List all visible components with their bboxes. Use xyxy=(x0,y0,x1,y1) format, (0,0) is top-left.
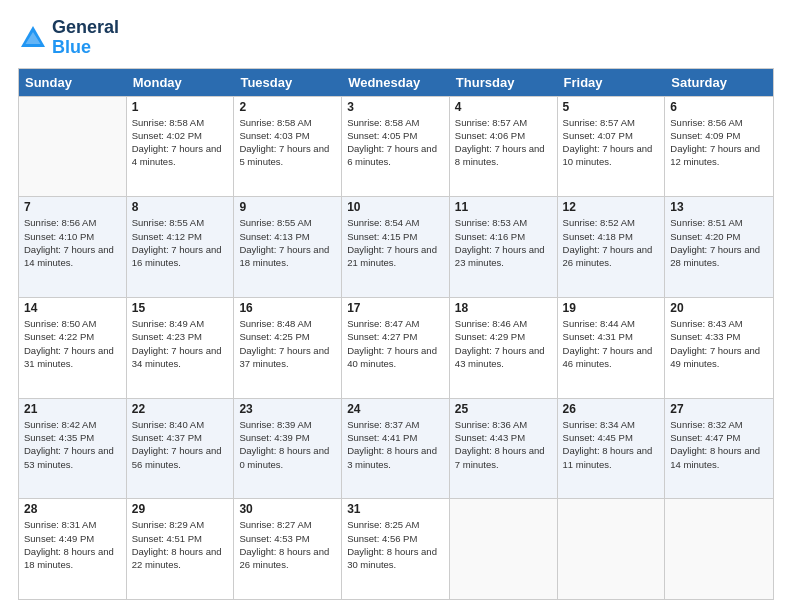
calendar-row: 14Sunrise: 8:50 AMSunset: 4:22 PMDayligh… xyxy=(19,297,773,398)
calendar-body: 1Sunrise: 8:58 AMSunset: 4:02 PMDaylight… xyxy=(19,96,773,599)
sunset-text: Sunset: 4:41 PM xyxy=(347,432,417,443)
calendar-day-cell: 29Sunrise: 8:29 AMSunset: 4:51 PMDayligh… xyxy=(127,499,235,599)
daylight-text: Daylight: 7 hours and 16 minutes. xyxy=(132,244,222,268)
weekday-header: Thursday xyxy=(450,69,558,96)
sunrise-text: Sunrise: 8:37 AM xyxy=(347,419,419,430)
sunset-text: Sunset: 4:03 PM xyxy=(239,130,309,141)
calendar-day-cell: 22Sunrise: 8:40 AMSunset: 4:37 PMDayligh… xyxy=(127,399,235,499)
calendar-day-cell: 13Sunrise: 8:51 AMSunset: 4:20 PMDayligh… xyxy=(665,197,773,297)
sunset-text: Sunset: 4:05 PM xyxy=(347,130,417,141)
daylight-text: Daylight: 7 hours and 26 minutes. xyxy=(563,244,653,268)
daylight-text: Daylight: 7 hours and 37 minutes. xyxy=(239,345,329,369)
sunrise-text: Sunrise: 8:57 AM xyxy=(455,117,527,128)
sunset-text: Sunset: 4:09 PM xyxy=(670,130,740,141)
sunrise-text: Sunrise: 8:50 AM xyxy=(24,318,96,329)
calendar-row: 21Sunrise: 8:42 AMSunset: 4:35 PMDayligh… xyxy=(19,398,773,499)
sunrise-text: Sunrise: 8:31 AM xyxy=(24,519,96,530)
calendar-row: 1Sunrise: 8:58 AMSunset: 4:02 PMDaylight… xyxy=(19,96,773,197)
sunrise-text: Sunrise: 8:46 AM xyxy=(455,318,527,329)
day-info: Sunrise: 8:58 AMSunset: 4:02 PMDaylight:… xyxy=(132,116,229,169)
daylight-text: Daylight: 7 hours and 12 minutes. xyxy=(670,143,760,167)
calendar: SundayMondayTuesdayWednesdayThursdayFrid… xyxy=(18,68,774,600)
calendar-day-cell: 5Sunrise: 8:57 AMSunset: 4:07 PMDaylight… xyxy=(558,97,666,197)
day-info: Sunrise: 8:56 AMSunset: 4:10 PMDaylight:… xyxy=(24,216,121,269)
day-info: Sunrise: 8:40 AMSunset: 4:37 PMDaylight:… xyxy=(132,418,229,471)
empty-cell xyxy=(665,499,773,599)
calendar-day-cell: 7Sunrise: 8:56 AMSunset: 4:10 PMDaylight… xyxy=(19,197,127,297)
calendar-day-cell: 9Sunrise: 8:55 AMSunset: 4:13 PMDaylight… xyxy=(234,197,342,297)
calendar-day-cell: 17Sunrise: 8:47 AMSunset: 4:27 PMDayligh… xyxy=(342,298,450,398)
logo-text: General Blue xyxy=(52,18,119,58)
sunset-text: Sunset: 4:33 PM xyxy=(670,331,740,342)
sunset-text: Sunset: 4:12 PM xyxy=(132,231,202,242)
day-number: 22 xyxy=(132,402,229,416)
day-info: Sunrise: 8:34 AMSunset: 4:45 PMDaylight:… xyxy=(563,418,660,471)
sunrise-text: Sunrise: 8:52 AM xyxy=(563,217,635,228)
day-number: 31 xyxy=(347,502,444,516)
weekday-header: Sunday xyxy=(19,69,127,96)
day-number: 16 xyxy=(239,301,336,315)
daylight-text: Daylight: 8 hours and 0 minutes. xyxy=(239,445,329,469)
sunset-text: Sunset: 4:47 PM xyxy=(670,432,740,443)
sunrise-text: Sunrise: 8:43 AM xyxy=(670,318,742,329)
day-number: 6 xyxy=(670,100,768,114)
sunrise-text: Sunrise: 8:32 AM xyxy=(670,419,742,430)
sunset-text: Sunset: 4:02 PM xyxy=(132,130,202,141)
sunset-text: Sunset: 4:13 PM xyxy=(239,231,309,242)
daylight-text: Daylight: 7 hours and 14 minutes. xyxy=(24,244,114,268)
day-number: 1 xyxy=(132,100,229,114)
sunset-text: Sunset: 4:15 PM xyxy=(347,231,417,242)
sunset-text: Sunset: 4:45 PM xyxy=(563,432,633,443)
day-number: 8 xyxy=(132,200,229,214)
sunrise-text: Sunrise: 8:27 AM xyxy=(239,519,311,530)
sunrise-text: Sunrise: 8:58 AM xyxy=(239,117,311,128)
sunrise-text: Sunrise: 8:36 AM xyxy=(455,419,527,430)
day-info: Sunrise: 8:25 AMSunset: 4:56 PMDaylight:… xyxy=(347,518,444,571)
sunset-text: Sunset: 4:39 PM xyxy=(239,432,309,443)
sunrise-text: Sunrise: 8:55 AM xyxy=(239,217,311,228)
day-number: 9 xyxy=(239,200,336,214)
day-number: 7 xyxy=(24,200,121,214)
day-number: 4 xyxy=(455,100,552,114)
weekday-header: Monday xyxy=(127,69,235,96)
calendar-day-cell: 26Sunrise: 8:34 AMSunset: 4:45 PMDayligh… xyxy=(558,399,666,499)
calendar-day-cell: 6Sunrise: 8:56 AMSunset: 4:09 PMDaylight… xyxy=(665,97,773,197)
sunset-text: Sunset: 4:31 PM xyxy=(563,331,633,342)
sunrise-text: Sunrise: 8:58 AM xyxy=(347,117,419,128)
calendar-day-cell: 27Sunrise: 8:32 AMSunset: 4:47 PMDayligh… xyxy=(665,399,773,499)
sunrise-text: Sunrise: 8:54 AM xyxy=(347,217,419,228)
day-number: 30 xyxy=(239,502,336,516)
daylight-text: Daylight: 7 hours and 34 minutes. xyxy=(132,345,222,369)
sunset-text: Sunset: 4:37 PM xyxy=(132,432,202,443)
daylight-text: Daylight: 7 hours and 5 minutes. xyxy=(239,143,329,167)
calendar-day-cell: 11Sunrise: 8:53 AMSunset: 4:16 PMDayligh… xyxy=(450,197,558,297)
daylight-text: Daylight: 8 hours and 22 minutes. xyxy=(132,546,222,570)
day-info: Sunrise: 8:47 AMSunset: 4:27 PMDaylight:… xyxy=(347,317,444,370)
day-info: Sunrise: 8:51 AMSunset: 4:20 PMDaylight:… xyxy=(670,216,768,269)
day-number: 13 xyxy=(670,200,768,214)
daylight-text: Daylight: 7 hours and 21 minutes. xyxy=(347,244,437,268)
calendar-day-cell: 24Sunrise: 8:37 AMSunset: 4:41 PMDayligh… xyxy=(342,399,450,499)
calendar-day-cell: 18Sunrise: 8:46 AMSunset: 4:29 PMDayligh… xyxy=(450,298,558,398)
day-info: Sunrise: 8:42 AMSunset: 4:35 PMDaylight:… xyxy=(24,418,121,471)
sunrise-text: Sunrise: 8:56 AM xyxy=(670,117,742,128)
day-info: Sunrise: 8:27 AMSunset: 4:53 PMDaylight:… xyxy=(239,518,336,571)
sunset-text: Sunset: 4:07 PM xyxy=(563,130,633,141)
daylight-text: Daylight: 7 hours and 8 minutes. xyxy=(455,143,545,167)
day-number: 10 xyxy=(347,200,444,214)
sunset-text: Sunset: 4:51 PM xyxy=(132,533,202,544)
day-number: 23 xyxy=(239,402,336,416)
daylight-text: Daylight: 8 hours and 3 minutes. xyxy=(347,445,437,469)
sunset-text: Sunset: 4:10 PM xyxy=(24,231,94,242)
sunrise-text: Sunrise: 8:56 AM xyxy=(24,217,96,228)
sunrise-text: Sunrise: 8:29 AM xyxy=(132,519,204,530)
weekday-header: Tuesday xyxy=(234,69,342,96)
daylight-text: Daylight: 8 hours and 26 minutes. xyxy=(239,546,329,570)
daylight-text: Daylight: 7 hours and 4 minutes. xyxy=(132,143,222,167)
calendar-day-cell: 10Sunrise: 8:54 AMSunset: 4:15 PMDayligh… xyxy=(342,197,450,297)
day-info: Sunrise: 8:50 AMSunset: 4:22 PMDaylight:… xyxy=(24,317,121,370)
day-number: 11 xyxy=(455,200,552,214)
weekday-header: Wednesday xyxy=(342,69,450,96)
day-number: 29 xyxy=(132,502,229,516)
day-info: Sunrise: 8:53 AMSunset: 4:16 PMDaylight:… xyxy=(455,216,552,269)
